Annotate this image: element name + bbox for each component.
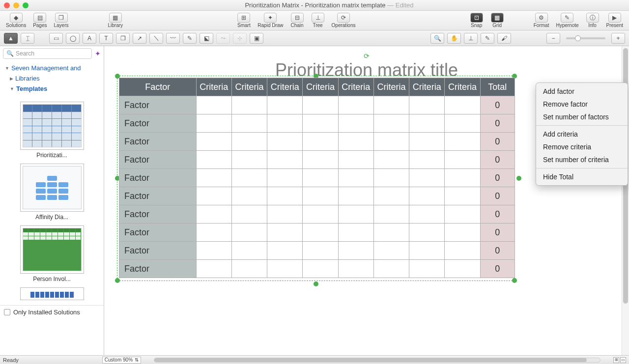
criteria-cell[interactable]	[373, 169, 409, 187]
table-row[interactable]: Factor0	[119, 224, 515, 242]
total-cell[interactable]: 0	[480, 187, 515, 205]
criteria-cell[interactable]	[373, 187, 409, 205]
criteria-cell[interactable]	[303, 96, 338, 114]
criteria-cell[interactable]	[196, 169, 231, 187]
criteria-cell[interactable]	[409, 242, 445, 260]
criteria-cell[interactable]	[409, 96, 445, 114]
total-cell[interactable]: 0	[480, 224, 515, 242]
criteria-cell[interactable]	[338, 242, 373, 260]
ctx-set-factors[interactable]: Set number of factors	[536, 111, 628, 123]
callout-tool[interactable]: ❐	[116, 33, 130, 44]
criteria-cell[interactable]	[196, 114, 231, 133]
criteria-cell[interactable]	[303, 260, 338, 278]
header-factor[interactable]: Factor	[119, 78, 197, 96]
criteria-cell[interactable]	[409, 133, 445, 151]
header-criteria[interactable]: Criteria	[373, 78, 409, 96]
factor-cell[interactable]: Factor	[119, 96, 197, 114]
tree-root[interactable]: ▼Seven Management and	[4, 63, 100, 73]
zoom-slider-knob[interactable]	[575, 35, 581, 41]
minimize-window-button[interactable]	[13, 2, 19, 8]
search-input[interactable]: 🔍 Search	[3, 48, 92, 59]
pen-tool[interactable]: ✎	[183, 33, 197, 44]
ctx-hide-total[interactable]: Hide Total	[536, 170, 628, 183]
criteria-cell[interactable]	[373, 260, 409, 278]
criteria-cell[interactable]	[338, 224, 373, 242]
criteria-cell[interactable]	[231, 187, 267, 205]
brush-tool[interactable]: 🖌	[497, 33, 511, 44]
criteria-cell[interactable]	[445, 169, 480, 187]
criteria-cell[interactable]	[267, 169, 303, 187]
total-cell[interactable]: 0	[480, 114, 515, 133]
operations-button[interactable]: ⟳Operations	[329, 12, 359, 29]
table-row[interactable]: Factor0	[119, 169, 515, 187]
criteria-cell[interactable]	[231, 260, 267, 278]
table-row[interactable]: Factor0	[119, 242, 515, 260]
factor-cell[interactable]: Factor	[119, 224, 197, 242]
rapid-draw-button[interactable]: ✦Rapid Draw	[255, 12, 286, 29]
ctx-set-criteria[interactable]: Set number of criteria	[536, 153, 628, 166]
resize-handle-sw[interactable]	[115, 278, 120, 283]
criteria-cell[interactable]	[373, 224, 409, 242]
criteria-cell[interactable]	[373, 205, 409, 224]
curve-tool[interactable]: 〰	[166, 33, 180, 44]
prioritization-matrix-table[interactable]: FactorCriteriaCriteriaCriteriaCriteriaCr…	[119, 78, 515, 278]
tree-button[interactable]: ⊥Tree	[308, 12, 328, 29]
zoom-out-button[interactable]: −	[546, 33, 560, 44]
pointer-tool[interactable]: ▲	[4, 33, 18, 44]
total-cell[interactable]: 0	[480, 260, 515, 278]
factor-cell[interactable]: Factor	[119, 169, 197, 187]
zoom-in-button[interactable]: +	[611, 33, 625, 44]
total-cell[interactable]: 0	[480, 169, 515, 187]
factor-cell[interactable]: Factor	[119, 242, 197, 260]
criteria-cell[interactable]	[231, 114, 267, 133]
criteria-cell[interactable]	[445, 151, 480, 169]
ctx-add-criteria[interactable]: Add criteria	[536, 128, 628, 140]
total-cell[interactable]: 0	[480, 96, 515, 114]
resize-handle-s[interactable]	[314, 281, 318, 286]
total-cell[interactable]: 0	[480, 242, 515, 260]
criteria-cell[interactable]	[303, 242, 338, 260]
header-criteria[interactable]: Criteria	[196, 78, 231, 96]
criteria-cell[interactable]	[196, 224, 231, 242]
ellipse-tool[interactable]: ◯	[66, 33, 80, 44]
criteria-cell[interactable]	[231, 169, 267, 187]
highlight-tool[interactable]: ⬕	[200, 33, 213, 44]
table-row[interactable]: Factor0	[119, 260, 515, 278]
criteria-cell[interactable]	[409, 169, 445, 187]
hand-tool[interactable]: ✋	[447, 33, 461, 44]
table-row[interactable]: Factor0	[119, 114, 515, 133]
thumb-fourth[interactable]	[20, 287, 84, 300]
criteria-cell[interactable]	[196, 205, 231, 224]
horizontal-scrollbar[interactable]	[154, 358, 600, 363]
criteria-cell[interactable]	[303, 114, 338, 133]
total-cell[interactable]: 0	[480, 151, 515, 169]
criteria-cell[interactable]	[267, 133, 303, 151]
criteria-cell[interactable]	[267, 96, 303, 114]
resize-handle-e[interactable]	[516, 176, 521, 181]
criteria-cell[interactable]	[409, 114, 445, 133]
factor-cell[interactable]: Factor	[119, 187, 197, 205]
criteria-cell[interactable]	[303, 205, 338, 224]
tree-libraries[interactable]: ▶Libraries	[4, 73, 100, 84]
factor-cell[interactable]: Factor	[119, 151, 197, 169]
header-criteria[interactable]: Criteria	[303, 78, 338, 96]
criteria-cell[interactable]	[409, 151, 445, 169]
resize-handle-se[interactable]	[512, 278, 517, 283]
table-row[interactable]: Factor0	[119, 133, 515, 151]
library-button[interactable]: ▦Library	[105, 12, 126, 29]
criteria-cell[interactable]	[267, 242, 303, 260]
criteria-cell[interactable]	[303, 169, 338, 187]
textbox-tool[interactable]: T	[99, 33, 113, 44]
ctx-remove-criteria[interactable]: Remove criteria	[536, 140, 628, 153]
rotate-handle-icon[interactable]: ⟳	[364, 52, 370, 58]
header-criteria[interactable]: Criteria	[409, 78, 445, 96]
rectangle-tool[interactable]: ▭	[49, 33, 63, 44]
criteria-cell[interactable]	[338, 114, 373, 133]
header-criteria[interactable]: Criteria	[445, 78, 480, 96]
stamp-tool[interactable]: ⊥	[464, 33, 478, 44]
zoom-slider[interactable]	[566, 37, 605, 39]
thumb-prioritization[interactable]	[20, 102, 84, 150]
criteria-cell[interactable]	[338, 205, 373, 224]
horizontal-scroll-thumb[interactable]	[154, 358, 587, 362]
criteria-cell[interactable]	[338, 169, 373, 187]
